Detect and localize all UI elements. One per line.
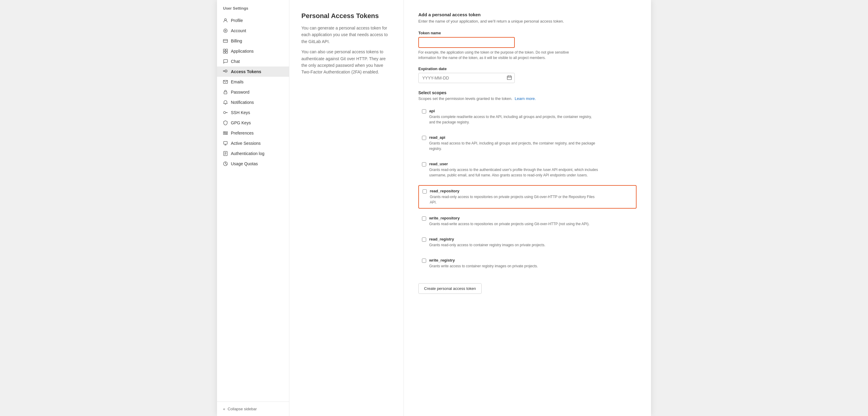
svg-point-9 (226, 71, 227, 72)
scope-item-write-repository: write_repository Grants read-write acces… (418, 213, 637, 230)
sidebar-item-label: Password (231, 90, 249, 95)
scope-checkbox-read-registry[interactable] (422, 238, 426, 242)
main-content: Personal Access Tokens You can generate … (289, 0, 651, 416)
scopes-title: Select scopes (418, 90, 637, 95)
scope-item-read-repository: read_repository Grants read-only access … (418, 185, 637, 209)
sidebar-item-access-tokens[interactable]: Access Tokens (217, 67, 289, 77)
svg-rect-8 (226, 51, 227, 53)
expiration-date-group: Expiration date (418, 67, 637, 83)
sidebar-item-password[interactable]: Password (217, 87, 289, 97)
token-icon (223, 69, 228, 74)
scope-checkbox-api[interactable] (422, 109, 426, 113)
scope-item-read-user: read_user Grants read-only access to the… (418, 159, 637, 181)
quotas-icon (223, 161, 228, 166)
email-icon (223, 79, 228, 84)
svg-point-2 (224, 29, 227, 33)
scope-checkbox-read-repository[interactable] (423, 189, 427, 194)
token-name-group: Token name For example, the application … (418, 31, 637, 61)
sidebar-item-label: Active Sessions (231, 141, 261, 146)
scope-desc-api: Grants complete read/write access to the… (429, 114, 598, 125)
sidebar-item-gpg-keys[interactable]: GPG Keys (217, 118, 289, 128)
svg-point-18 (224, 132, 225, 133)
svg-rect-28 (507, 76, 512, 80)
sidebar-item-label: Account (231, 28, 246, 33)
sidebar-item-label: Billing (231, 38, 242, 43)
sidebar-item-account[interactable]: Account (217, 26, 289, 36)
scope-content-read-repository: read_repository Grants read-only access … (430, 189, 598, 205)
scope-name-write-repository: write_repository (429, 216, 590, 220)
scope-desc-read-api: Grants read access to the API, including… (429, 141, 598, 151)
sidebar-item-profile[interactable]: Profile (217, 15, 289, 26)
sidebar-item-label: Emails (231, 79, 244, 84)
notification-icon (223, 100, 228, 105)
scope-content-write-repository: write_repository Grants read-write acces… (429, 216, 590, 227)
scope-content-read-registry: read_registry Grants read-only access to… (429, 237, 546, 248)
scope-checkbox-read-api[interactable] (422, 136, 426, 140)
sidebar-item-label: Preferences (231, 131, 253, 135)
svg-rect-11 (224, 92, 227, 94)
password-icon (223, 90, 228, 95)
sidebar-item-usage-quotas[interactable]: Usage Quotas (217, 159, 289, 169)
sidebar-item-notifications[interactable]: Notifications (217, 97, 289, 107)
form-section-title: Add a personal access token (418, 12, 637, 17)
svg-rect-20 (224, 141, 227, 144)
scope-name-read-repository: read_repository (430, 189, 598, 193)
applications-icon (223, 49, 228, 54)
scope-content-read-user: read_user Grants read-only access to the… (429, 162, 598, 178)
billing-icon (223, 38, 228, 43)
scopes-section: Select scopes Scopes set the permission … (418, 90, 637, 294)
scope-name-read-registry: read_registry (429, 237, 546, 241)
scope-desc-read-registry: Grants read-only access to container reg… (429, 242, 546, 248)
ssh-icon (223, 110, 228, 115)
scope-desc-read-repository: Grants read-only access to repositories … (430, 194, 598, 205)
scope-item-read-registry: read_registry Grants read-only access to… (418, 234, 637, 251)
gpg-icon (223, 120, 228, 125)
sidebar-item-label: Profile (231, 18, 243, 23)
scopes-learn-more-link[interactable]: Learn more. (515, 96, 536, 101)
collapse-sidebar-button[interactable]: « Collapse sidebar (217, 402, 289, 416)
sidebar-item-auth-log[interactable]: Authentication log (217, 148, 289, 159)
sidebar-item-label: Notifications (231, 100, 254, 105)
sessions-icon (223, 141, 228, 146)
left-panel: Personal Access Tokens You can generate … (289, 0, 404, 416)
scope-content-api: api Grants complete read/write access to… (429, 109, 598, 125)
scope-name-api: api (429, 109, 598, 113)
scope-checkbox-write-repository[interactable] (422, 216, 426, 221)
token-name-input[interactable] (418, 37, 515, 48)
scope-content-write-registry: write_registry Grants write access to co… (429, 258, 538, 269)
description-para2: You can also use personal access tokens … (301, 48, 392, 75)
create-token-button[interactable]: Create personal access token (418, 283, 482, 294)
scope-checkbox-read-user[interactable] (422, 162, 426, 167)
sidebar-item-billing[interactable]: Billing (217, 36, 289, 46)
expiration-date-label: Expiration date (418, 67, 637, 71)
svg-point-1 (225, 30, 226, 31)
scope-item-write-registry: write_registry Grants write access to co… (418, 255, 637, 272)
sidebar-item-label: Usage Quotas (231, 161, 258, 166)
sidebar-nav: Profile Account Billing Ap (217, 15, 289, 402)
sidebar-item-chat[interactable]: Chat (217, 56, 289, 67)
scope-name-read-api: read_api (429, 135, 598, 140)
sidebar-item-applications[interactable]: Applications (217, 46, 289, 56)
sidebar-item-active-sessions[interactable]: Active Sessions (217, 138, 289, 148)
description-para1: You can generate a personal access token… (301, 25, 392, 45)
sidebar-item-emails[interactable]: Emails (217, 77, 289, 87)
scope-checkbox-write-registry[interactable] (422, 258, 426, 263)
account-icon (223, 28, 228, 33)
sidebar-item-preferences[interactable]: Preferences (217, 128, 289, 138)
sidebar-item-label: Access Tokens (231, 69, 261, 74)
sidebar-item-label: GPG Keys (231, 120, 251, 125)
sidebar-item-label: SSH Keys (231, 110, 250, 115)
form-section-subtitle: Enter the name of your application, and … (418, 19, 637, 24)
log-icon (223, 151, 228, 156)
svg-rect-3 (223, 39, 227, 42)
svg-rect-7 (223, 51, 225, 53)
expiration-date-input[interactable] (418, 73, 515, 83)
chevron-left-icon: « (223, 407, 225, 411)
sidebar-item-label: Applications (231, 49, 254, 54)
sidebar-item-ssh-keys[interactable]: SSH Keys (217, 107, 289, 118)
scope-item-api: api Grants complete read/write access to… (418, 106, 637, 128)
calendar-icon[interactable] (507, 75, 512, 81)
scope-content-read-api: read_api Grants read access to the API, … (429, 135, 598, 151)
svg-point-19 (226, 134, 227, 135)
scope-name-write-registry: write_registry (429, 258, 538, 263)
